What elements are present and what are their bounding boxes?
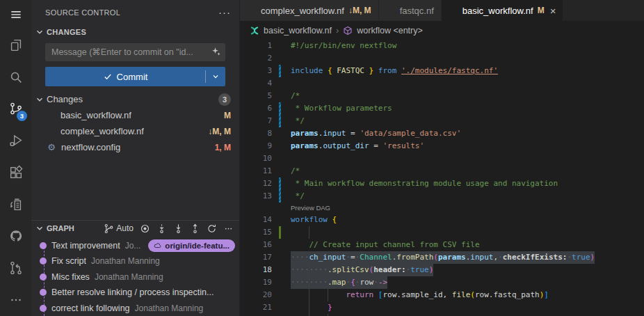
sidebar-header: SOURCE CONTROL ··· — [31, 0, 239, 24]
branch-icon — [104, 223, 114, 234]
commit-row[interactable]: Better resolve linking / process inspect… — [31, 285, 239, 301]
gutter-decoration — [279, 40, 281, 52]
graph-action-label: Auto — [116, 223, 134, 233]
code-line[interactable]: 10 — [240, 152, 644, 165]
commit-message: Text improvement — [51, 241, 120, 251]
code-line[interactable]: 5/* — [240, 90, 644, 102]
code-line[interactable]: 3include { FASTQC } from './modules/fast… — [240, 65, 644, 77]
activity-item-pull-request[interactable] — [0, 252, 31, 284]
graph-action-push[interactable] — [190, 223, 200, 234]
code-line[interactable]: 13 */ — [240, 190, 644, 203]
line-number: 12 — [240, 177, 272, 190]
graph-action-fetch[interactable] — [156, 223, 167, 234]
code-line[interactable]: 21 } — [240, 301, 644, 314]
nextflow-icon — [386, 6, 396, 15]
gutter-added-indicator — [279, 226, 281, 239]
activity-item-source-control[interactable]: 3 — [0, 93, 31, 125]
commit-message: Better resolve linking / process inspect… — [51, 287, 214, 297]
branch-ref-badge[interactable]: origin/ide-featu... — [148, 239, 235, 252]
commit-button[interactable]: Commit — [45, 67, 225, 86]
gutter-modified-indicator — [279, 65, 281, 77]
activity-item-search[interactable] — [0, 61, 31, 93]
changes-file-list: basic_workflow.nfMcomplex_workflow.nf↓M,… — [31, 107, 239, 155]
graph-action-refresh[interactable] — [207, 223, 217, 234]
code-line[interactable]: 6 * Workflow parameters — [240, 102, 644, 115]
changes-tree-label: Changes — [47, 94, 83, 104]
activity-item-debug[interactable] — [0, 125, 31, 157]
commit-button-main[interactable]: Commit — [45, 67, 205, 86]
graph-action-branch[interactable]: Auto — [104, 223, 134, 234]
gutter-decoration — [279, 276, 281, 289]
more-actions-icon[interactable]: ··· — [218, 6, 231, 18]
editor-tab[interactable]: fastqc.nf — [379, 0, 441, 21]
graph-section-header[interactable]: GRAPH Auto — [31, 220, 239, 237]
editor-tab[interactable]: basic_workflow.nfM× — [442, 0, 563, 21]
gutter-decoration — [279, 77, 281, 90]
gutter-decoration — [279, 165, 281, 177]
commit-message: Misc fixes — [51, 272, 90, 282]
commit-row[interactable]: Text improvementJo...origin/ide-featu... — [31, 238, 239, 254]
scm-file-decoration: ↓M, M — [208, 127, 231, 136]
changes-section-header[interactable]: CHANGES — [31, 24, 239, 40]
breadcrumb-file[interactable]: basic_workflow.nf — [264, 26, 332, 35]
codelens-preview-dag[interactable]: Preview DAG — [240, 203, 644, 214]
graph-section-label: GRAPH — [47, 224, 74, 232]
fetch-icon — [156, 223, 167, 234]
gutter-modified-indicator — [279, 190, 281, 203]
code-line[interactable]: 19········.map·{·row·-> — [240, 276, 644, 289]
close-icon[interactable]: × — [550, 6, 556, 16]
scm-file-row[interactable]: complex_workflow.nf↓M, M — [31, 123, 239, 139]
code-line[interactable]: 14workflow { — [240, 214, 644, 226]
code-line[interactable]: 2 — [240, 52, 644, 65]
line-number: 7 — [240, 115, 272, 127]
commit-message-input[interactable] — [45, 43, 225, 61]
commit-button-label: Commit — [117, 72, 148, 82]
editor-group: complex_workflow.nf↓M, Mfastqc.nfbasic_w… — [240, 0, 644, 316]
scm-file-row[interactable]: basic_workflow.nfM — [31, 107, 239, 123]
code-line[interactable]: 11/* — [240, 165, 644, 177]
code-line[interactable]: 12 * Main workflow demonstrating module … — [240, 177, 644, 190]
line-number: 20 — [240, 289, 272, 301]
graph-action-more[interactable] — [223, 223, 234, 234]
graph-action-pull[interactable] — [173, 223, 184, 234]
activity-item-github[interactable] — [0, 221, 31, 253]
code-line[interactable]: 18········.splitCsv(header:·true) — [240, 264, 644, 276]
code-line[interactable]: 4 — [240, 77, 644, 90]
gutter-modified-indicator — [279, 115, 281, 127]
scm-file-row[interactable]: ⚙nextflow.config1, M — [31, 139, 239, 155]
editor-tab[interactable]: complex_workflow.nf↓M, M — [240, 0, 378, 21]
code-line[interactable]: 17····ch_input·=·Channel.fromPath(params… — [240, 251, 644, 264]
line-number: 4 — [240, 77, 272, 90]
breadcrumb-symbol[interactable]: workflow <entry> — [357, 26, 422, 35]
activity-item-extensions[interactable] — [0, 157, 31, 189]
commit-message: correct link following — [51, 303, 130, 313]
commit-dropdown-button[interactable] — [206, 67, 225, 86]
commit-row[interactable]: correct link followingJonathan Manning — [31, 301, 239, 316]
activity-item-more[interactable] — [0, 284, 31, 316]
line-number: 19 — [240, 276, 272, 289]
activity-item-menu[interactable] — [0, 0, 31, 29]
code-line[interactable]: 20 return [row.sample_id, file(row.fastq… — [240, 289, 644, 301]
commit-row[interactable]: Misc fixesJonathan Manning — [31, 269, 239, 285]
graph-action-target[interactable] — [140, 223, 150, 234]
code-editor[interactable]: 1#!/usr/bin/env nextflow23include { FAST… — [240, 40, 644, 316]
activity-item-references[interactable] — [0, 189, 31, 221]
breadcrumb[interactable]: basic_workflow.nf › workflow <entry> — [240, 21, 644, 40]
activity-item-files[interactable] — [0, 29, 31, 61]
chevron-down-icon — [34, 223, 45, 234]
changes-tree-header[interactable]: Changes 3 — [31, 91, 239, 107]
code-line[interactable]: 8params.input = 'data/sample_data.csv' — [240, 127, 644, 140]
files-icon — [8, 38, 24, 53]
target-icon — [140, 223, 150, 234]
scm-file-decoration: M — [224, 111, 231, 120]
commit-row[interactable]: Fix scriptJonathan Manning — [31, 253, 239, 269]
code-line[interactable]: 7 */ — [240, 115, 644, 127]
sparkle-icon[interactable] — [211, 47, 221, 56]
code-line[interactable]: 16 // Create input channel from CSV file — [240, 239, 644, 251]
menu-icon — [9, 8, 23, 22]
editor-tabs: complex_workflow.nf↓M, Mfastqc.nfbasic_w… — [240, 0, 644, 21]
code-line[interactable]: 9params.output_dir = 'results' — [240, 140, 644, 152]
code-line[interactable]: 15 — [240, 226, 644, 239]
chevron-down-icon — [34, 26, 45, 38]
code-line[interactable]: 1#!/usr/bin/env nextflow — [240, 40, 644, 52]
